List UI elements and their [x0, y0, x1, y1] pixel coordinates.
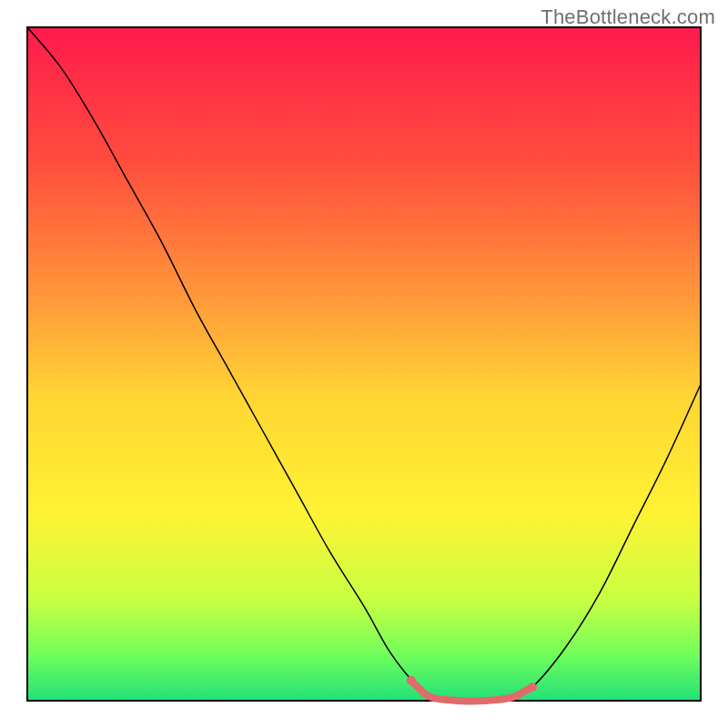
watermark-text: TheBottleneck.com: [541, 5, 715, 29]
highlight-dot: [528, 682, 537, 692]
plot-background: [27, 27, 701, 701]
chart-container: TheBottleneck.com: [0, 0, 728, 728]
bottleneck-chart: [0, 0, 728, 728]
highlight-dot: [407, 676, 416, 685]
